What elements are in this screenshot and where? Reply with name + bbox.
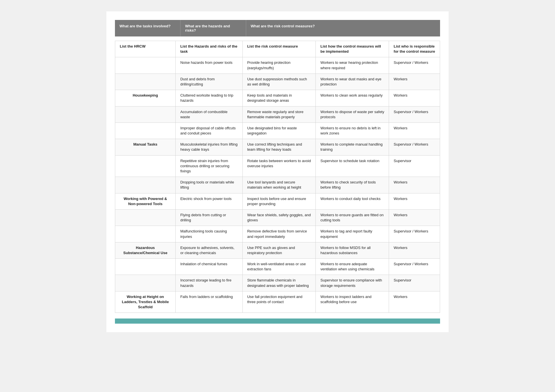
task-cell: Working with Powered & Non-powered Tools: [115, 193, 176, 209]
control-cell: Wear face shields, safety goggles, and g…: [242, 209, 316, 226]
sub-header-row: List the HRCW List the Hazards and risks…: [115, 41, 440, 57]
task-cell: [115, 155, 176, 177]
responsible-cell: Workers: [389, 193, 440, 209]
sub-header-responsible: List who is responsible for the control …: [389, 41, 440, 57]
implement-cell: Workers to conduct daily tool checks: [316, 193, 389, 209]
task-cell: [115, 177, 176, 193]
hazard-cell: Dropping tools or materials while liftin…: [176, 177, 243, 193]
responsible-cell: Supervisor / Workers: [389, 226, 440, 242]
hazard-cell: Accumulation of combustible waste: [176, 106, 243, 122]
risk-table: List the HRCW List the Hazards and risks…: [115, 41, 440, 313]
responsible-cell: Workers: [389, 177, 440, 193]
control-cell: Use designated bins for waste segregatio…: [242, 122, 316, 139]
hazard-cell: Musculoskeletal injuries from lifting he…: [176, 139, 243, 155]
hazard-cell: Incorrect storage leading to fire hazard…: [176, 275, 243, 291]
implement-cell: Workers to wear dust masks and eye prote…: [316, 74, 389, 90]
page-wrapper: What are the tasks involved? What are th…: [106, 11, 449, 332]
hazard-cell: Repetitive strain injuries from continuo…: [176, 155, 243, 177]
implement-cell: Workers to inspect ladders and scaffoldi…: [316, 291, 389, 313]
sub-header-hazard: List the Hazards and risks of the task: [176, 41, 243, 57]
task-cell: [115, 209, 176, 226]
control-cell: Use PPE such as gloves and respiratory p…: [242, 242, 316, 258]
implement-cell: Supervisor to ensure compliance with sto…: [316, 275, 389, 291]
responsible-cell: Workers: [389, 242, 440, 258]
table-row: Incorrect storage leading to fire hazard…: [115, 275, 440, 291]
task-cell: Working at Height on Ladders, Trestles &…: [115, 291, 176, 313]
responsible-cell: Supervisor: [389, 155, 440, 177]
outer-header-col1: What are the tasks involved?: [115, 20, 181, 36]
implement-cell: Workers to ensure adequate ventilation w…: [316, 259, 389, 275]
responsible-cell: Supervisor / Workers: [389, 259, 440, 275]
control-cell: Remove defective tools from service and …: [242, 226, 316, 242]
responsible-cell: Workers: [389, 122, 440, 139]
hazard-cell: Cluttered worksite leading to trip hazar…: [176, 90, 243, 106]
outer-header-col2: What are the hazards and risks?: [181, 20, 246, 36]
table-row: Repetitive strain injuries from continuo…: [115, 155, 440, 177]
responsible-cell: Workers: [389, 74, 440, 90]
responsible-cell: Supervisor / Workers: [389, 57, 440, 74]
bottom-bar: [115, 318, 440, 324]
responsible-cell: Workers: [389, 90, 440, 106]
control-cell: Use fall protection equipment and three …: [242, 291, 316, 313]
task-cell: [115, 122, 176, 139]
task-cell: [115, 57, 176, 74]
table-row: Improper disposal of cable offcuts and c…: [115, 122, 440, 139]
control-cell: Store flammable chemicals in designated …: [242, 275, 316, 291]
implement-cell: Workers to complete manual handling trai…: [316, 139, 389, 155]
hazard-cell: Improper disposal of cable offcuts and c…: [176, 122, 243, 139]
control-cell: Work in well-ventilated areas or use ext…: [242, 259, 316, 275]
table-row: Noise hazards from power toolsProvide he…: [115, 57, 440, 74]
control-cell: Use tool lanyards and secure materials w…: [242, 177, 316, 193]
hazard-cell: Flying debris from cutting or drilling: [176, 209, 243, 226]
sub-header-implement: List how the control measures will be im…: [316, 41, 389, 57]
table-body: Noise hazards from power toolsProvide he…: [115, 57, 440, 313]
table-row: Malfunctioning tools causing injuriesRem…: [115, 226, 440, 242]
responsible-cell: Supervisor / Workers: [389, 106, 440, 122]
implement-cell: Workers to clean work areas regularly: [316, 90, 389, 106]
responsible-cell: Workers: [389, 209, 440, 226]
implement-cell: Workers to follow MSDS for all hazardous…: [316, 242, 389, 258]
control-cell: Use dust suppression methods such as wet…: [242, 74, 316, 90]
table-row: Working at Height on Ladders, Trestles &…: [115, 291, 440, 313]
task-cell: [115, 259, 176, 275]
implement-cell: Workers to ensure no debris is left in w…: [316, 122, 389, 139]
control-cell: Use correct lifting techniques and team …: [242, 139, 316, 155]
implement-cell: Workers to check security of tools befor…: [316, 177, 389, 193]
implement-cell: Workers to tag and report faulty equipme…: [316, 226, 389, 242]
implement-cell: Workers to ensure guards are fitted on c…: [316, 209, 389, 226]
sub-header-control: List the risk control measure: [242, 41, 316, 57]
control-cell: Remove waste regularly and store flammab…: [242, 106, 316, 122]
control-cell: Rotate tasks between workers to avoid ov…: [242, 155, 316, 177]
task-cell: Hazardous Substance/Chemical Use: [115, 242, 176, 258]
task-cell: Housekeeping: [115, 90, 176, 106]
hazard-cell: Exposure to adhesives, solvents, or clea…: [176, 242, 243, 258]
hazard-cell: Noise hazards from power tools: [176, 57, 243, 74]
hazard-cell: Falls from ladders or scaffolding: [176, 291, 243, 313]
control-cell: Provide hearing protection (earplugs/muf…: [242, 57, 316, 74]
implement-cell: Supervisor to schedule task rotation: [316, 155, 389, 177]
task-cell: [115, 74, 176, 90]
table-row: Hazardous Substance/Chemical UseExposure…: [115, 242, 440, 258]
control-cell: Keep tools and materials in designated s…: [242, 90, 316, 106]
hazard-cell: Inhalation of chemical fumes: [176, 259, 243, 275]
task-cell: [115, 226, 176, 242]
table-row: Dropping tools or materials while liftin…: [115, 177, 440, 193]
implement-cell: Workers to dispose of waste per safety p…: [316, 106, 389, 122]
outer-header-col3: What are the risk control measures?: [246, 20, 440, 36]
task-cell: [115, 106, 176, 122]
table-row: HousekeepingCluttered worksite leading t…: [115, 90, 440, 106]
task-cell: Manual Tasks: [115, 139, 176, 155]
table-row: Inhalation of chemical fumesWork in well…: [115, 259, 440, 275]
responsible-cell: Supervisor: [389, 275, 440, 291]
hazard-cell: Dust and debris from drilling/cutting: [176, 74, 243, 90]
responsible-cell: Workers: [389, 291, 440, 313]
control-cell: Inspect tools before use and ensure prop…: [242, 193, 316, 209]
sub-header-task: List the HRCW: [115, 41, 176, 57]
table-row: Manual TasksMusculoskeletal injuries fro…: [115, 139, 440, 155]
table-row: Dust and debris from drilling/cuttingUse…: [115, 74, 440, 90]
hazard-cell: Malfunctioning tools causing injuries: [176, 226, 243, 242]
hazard-cell: Electric shock from power tools: [176, 193, 243, 209]
table-row: Flying debris from cutting or drillingWe…: [115, 209, 440, 226]
table-row: Working with Powered & Non-powered Tools…: [115, 193, 440, 209]
task-cell: [115, 275, 176, 291]
